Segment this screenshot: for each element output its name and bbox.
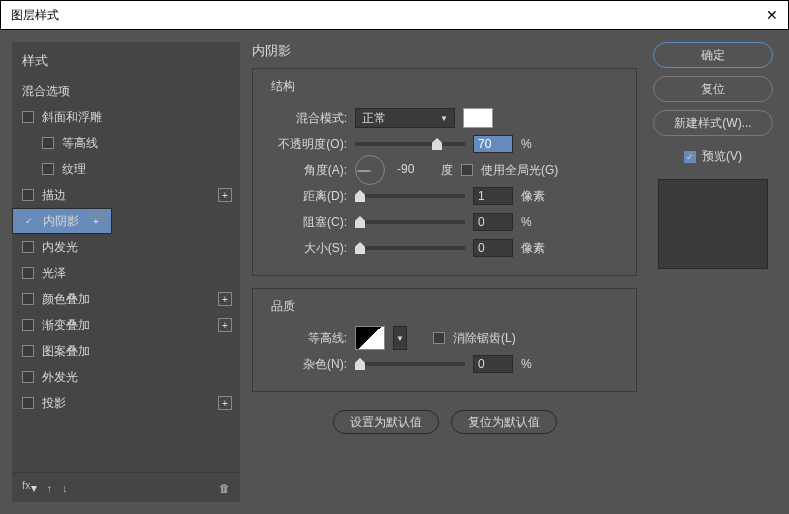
contour-dropdown[interactable]: ▼ <box>393 326 407 350</box>
style-row-0[interactable]: 斜面和浮雕 <box>12 104 240 130</box>
style-label: 内阴影 <box>43 213 79 230</box>
style-checkbox[interactable] <box>22 345 34 357</box>
style-label: 描边 <box>42 187 66 204</box>
style-checkbox[interactable] <box>22 319 34 331</box>
style-row-6[interactable]: 光泽 <box>12 260 240 286</box>
angle-dial[interactable] <box>355 155 385 185</box>
color-swatch[interactable] <box>463 108 493 128</box>
antialias-checkbox[interactable] <box>433 332 445 344</box>
style-row-2[interactable]: 纹理 <box>12 156 240 182</box>
style-row-7[interactable]: 颜色叠加+ <box>12 286 240 312</box>
choke-input[interactable]: 0 <box>473 213 513 231</box>
style-checkbox[interactable] <box>22 189 34 201</box>
style-row-10[interactable]: 外发光 <box>12 364 240 390</box>
blend-mode-label: 混合模式: <box>267 110 347 127</box>
antialias-label: 消除锯齿(L) <box>453 330 516 347</box>
style-row-5[interactable]: 内发光 <box>12 234 240 260</box>
distance-input[interactable]: 1 <box>473 187 513 205</box>
choke-slider[interactable] <box>355 220 465 224</box>
move-down-icon[interactable]: ↓ <box>62 482 68 494</box>
choke-label: 阻塞(C): <box>267 214 347 231</box>
preview-box <box>658 179 768 269</box>
style-row-9[interactable]: 图案叠加 <box>12 338 240 364</box>
global-light-checkbox[interactable] <box>461 164 473 176</box>
structure-group: 结构 混合模式: 正常▼ 不透明度(O): 70 % 角度(A): -90 度 … <box>252 68 637 276</box>
style-label: 投影 <box>42 395 66 412</box>
distance-label: 距离(D): <box>267 188 347 205</box>
style-row-11[interactable]: 投影+ <box>12 390 240 416</box>
distance-slider[interactable] <box>355 194 465 198</box>
add-instance-icon[interactable]: + <box>218 396 232 410</box>
style-checkbox[interactable] <box>22 371 34 383</box>
angle-label: 角度(A): <box>267 162 347 179</box>
ok-button[interactable]: 确定 <box>653 42 773 68</box>
style-checkbox[interactable] <box>42 137 54 149</box>
move-up-icon[interactable]: ↑ <box>47 482 53 494</box>
contour-label: 等高线: <box>267 330 347 347</box>
blend-mode-select[interactable]: 正常▼ <box>355 108 455 128</box>
quality-group: 品质 等高线: ▼ 消除锯齿(L) 杂色(N): 0 % <box>252 288 637 392</box>
chevron-down-icon: ▼ <box>440 114 448 123</box>
style-row-4[interactable]: ✓内阴影+ <box>12 208 112 234</box>
add-instance-icon[interactable]: + <box>218 318 232 332</box>
style-checkbox[interactable] <box>42 163 54 175</box>
noise-input[interactable]: 0 <box>473 355 513 373</box>
style-row-8[interactable]: 渐变叠加+ <box>12 312 240 338</box>
style-label: 渐变叠加 <box>42 317 90 334</box>
new-style-button[interactable]: 新建样式(W)... <box>653 110 773 136</box>
angle-input[interactable]: -90 <box>393 161 433 179</box>
style-label: 光泽 <box>42 265 66 282</box>
style-label: 图案叠加 <box>42 343 90 360</box>
style-label: 颜色叠加 <box>42 291 90 308</box>
styles-panel: 样式 混合选项 斜面和浮雕等高线纹理描边+✓内阴影+内发光光泽颜色叠加+渐变叠加… <box>12 42 240 502</box>
style-checkbox[interactable] <box>22 293 34 305</box>
style-checkbox[interactable] <box>22 267 34 279</box>
style-label: 外发光 <box>42 369 78 386</box>
styles-header: 样式 <box>12 42 240 78</box>
opacity-input[interactable]: 70 <box>473 135 513 153</box>
contour-picker[interactable] <box>355 326 385 350</box>
global-light-label: 使用全局光(G) <box>481 162 558 179</box>
preview-label: 预览(V) <box>702 148 742 165</box>
style-label: 纹理 <box>62 161 86 178</box>
blend-options-row[interactable]: 混合选项 <box>12 78 240 104</box>
size-label: 大小(S): <box>267 240 347 257</box>
add-instance-icon[interactable]: + <box>89 214 103 228</box>
style-label: 斜面和浮雕 <box>42 109 102 126</box>
settings-panel: 内阴影 结构 混合模式: 正常▼ 不透明度(O): 70 % 角度(A): -9… <box>252 42 637 502</box>
noise-label: 杂色(N): <box>267 356 347 373</box>
style-checkbox[interactable] <box>22 241 34 253</box>
preview-checkbox[interactable]: ✓ <box>684 151 696 163</box>
style-label: 内发光 <box>42 239 78 256</box>
right-panel: 确定 复位 新建样式(W)... ✓ 预览(V) <box>649 42 777 502</box>
panel-title: 内阴影 <box>252 42 637 60</box>
window-title: 图层样式 <box>11 7 59 24</box>
add-instance-icon[interactable]: + <box>218 188 232 202</box>
styles-footer: fx▾ ↑ ↓ 🗑 <box>12 472 240 502</box>
add-instance-icon[interactable]: + <box>218 292 232 306</box>
style-row-3[interactable]: 描边+ <box>12 182 240 208</box>
size-input[interactable]: 0 <box>473 239 513 257</box>
style-checkbox[interactable] <box>22 111 34 123</box>
opacity-label: 不透明度(O): <box>267 136 347 153</box>
noise-slider[interactable] <box>355 362 465 366</box>
style-checkbox[interactable]: ✓ <box>23 215 35 227</box>
make-default-button[interactable]: 设置为默认值 <box>333 410 439 434</box>
style-label: 等高线 <box>62 135 98 152</box>
style-row-1[interactable]: 等高线 <box>12 130 240 156</box>
reset-default-button[interactable]: 复位为默认值 <box>451 410 557 434</box>
close-icon[interactable]: ✕ <box>766 7 778 23</box>
fx-menu[interactable]: fx▾ <box>22 479 37 495</box>
style-checkbox[interactable] <box>22 397 34 409</box>
reset-button[interactable]: 复位 <box>653 76 773 102</box>
opacity-slider[interactable] <box>355 142 465 146</box>
titlebar: 图层样式 ✕ <box>0 0 789 30</box>
size-slider[interactable] <box>355 246 465 250</box>
trash-icon[interactable]: 🗑 <box>219 482 230 494</box>
